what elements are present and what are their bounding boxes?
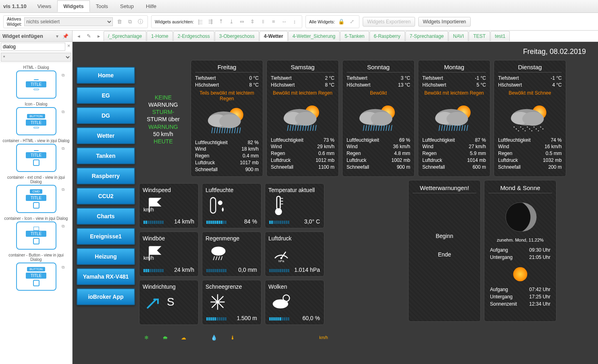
svg-line-15 bbox=[239, 127, 240, 133]
tab-next-icon[interactable]: ▸ bbox=[94, 31, 104, 41]
same-height-icon[interactable]: ↕ bbox=[291, 18, 299, 26]
svg-line-44 bbox=[384, 125, 384, 130]
nav-button[interactable]: Heizung bbox=[77, 248, 135, 265]
svg-line-29 bbox=[310, 125, 311, 130]
view-tabs: ◂ ✎ ▸ /_Sprechanlage1-Home2-Erdgeschoss3… bbox=[73, 31, 598, 42]
nav-button[interactable]: Charts bbox=[77, 208, 135, 225]
align-hcenter-icon[interactable]: ⇔ bbox=[238, 18, 246, 26]
svg-line-22 bbox=[293, 125, 293, 130]
nav-button[interactable]: Ereignisse1 bbox=[77, 228, 135, 245]
sensor-icon: km/h bbox=[143, 244, 195, 263]
view-tab[interactable]: test1 bbox=[490, 31, 510, 41]
import-button[interactable]: Widgets Importieren bbox=[418, 17, 470, 27]
widget-palette-item[interactable]: container - ext cmd - view in jqui Dialo… bbox=[2, 174, 71, 213]
view-tab[interactable]: 4-Wetter_Sicherung bbox=[288, 31, 340, 41]
clear-filter-icon[interactable]: × bbox=[66, 43, 71, 51]
menu-setup[interactable]: Setup bbox=[114, 0, 140, 12]
tab-prev-icon[interactable]: ◂ bbox=[74, 31, 83, 41]
level-bar bbox=[206, 317, 226, 321]
svg-line-27 bbox=[305, 125, 306, 130]
svg-point-81 bbox=[542, 128, 543, 129]
svg-point-68 bbox=[514, 126, 515, 127]
dist-h-icon[interactable]: ⫴ bbox=[259, 18, 267, 26]
view-tab[interactable]: 1-Home bbox=[147, 31, 173, 41]
tab-add-icon[interactable]: ✎ bbox=[83, 31, 94, 41]
nav-button[interactable]: Wetter bbox=[77, 127, 135, 144]
info-icon[interactable]: ⓘ bbox=[136, 18, 144, 26]
svg-line-52 bbox=[439, 125, 440, 130]
sensor-snowline: Schneegrenze 1.500 m bbox=[202, 280, 262, 325]
view-tab[interactable]: 6-Raspberry bbox=[370, 31, 405, 41]
widget-palette-item[interactable]: container - Button - view in jqui Dialog… bbox=[2, 252, 71, 291]
svg-line-23 bbox=[295, 125, 296, 130]
nav-button[interactable]: ioBroker App bbox=[77, 288, 135, 305]
menu-tools[interactable]: Tools bbox=[90, 0, 114, 12]
view-tab[interactable]: TEST bbox=[469, 31, 490, 41]
sensor-clouds: Wolken 60,0 % bbox=[265, 280, 324, 325]
widget-palette-item[interactable]: Icon - Dialog ⧉BUTTONTITLE bbox=[2, 101, 71, 135]
sensor-title: Luftdruck bbox=[268, 235, 321, 242]
view-tab[interactable]: /_Sprechanlage bbox=[104, 31, 146, 41]
lock-icon[interactable]: 🔒 bbox=[337, 18, 345, 26]
moon-phase: zunehm. Mond, 11.22% bbox=[488, 238, 552, 242]
moonsun-title: Mond & Sonne bbox=[488, 184, 552, 193]
active-widget-label: Aktives Widget: bbox=[7, 17, 22, 26]
svg-line-10 bbox=[227, 127, 228, 133]
svg-line-47 bbox=[391, 125, 392, 130]
svg-line-21 bbox=[290, 125, 291, 130]
view-tab[interactable]: 7-Sprechanlage bbox=[405, 31, 448, 41]
collapse-icon[interactable]: ▾ bbox=[55, 33, 60, 39]
widget-palette-item[interactable]: container - Icon - view in jqui Dialog ⧉… bbox=[2, 215, 71, 250]
svg-point-78 bbox=[536, 128, 537, 129]
weather-icon bbox=[422, 101, 486, 137]
menu-widgets[interactable]: Widgets bbox=[57, 0, 89, 12]
widget-palette-item[interactable]: container - HTML - view in jqui Dialog ⧉… bbox=[2, 138, 71, 172]
sensor-value: 0,0 mm bbox=[238, 267, 257, 273]
forecast-card: Freitag Tiefstwert0 °C Hšchstwert8 °C Te… bbox=[191, 60, 263, 177]
nav-button[interactable]: EG bbox=[77, 87, 135, 104]
forecast-card: Montag Tiefstwert-1 °C Hšchstwert5 °C Be… bbox=[418, 60, 490, 177]
align-left-icon[interactable]: ⬱ bbox=[196, 18, 204, 26]
same-width-icon[interactable]: ↔ bbox=[280, 18, 288, 26]
widget-palette-item[interactable]: HTML - Dialog ⧉TITLE bbox=[2, 64, 71, 99]
delete-icon[interactable]: 🗑 bbox=[115, 18, 123, 26]
forecast-card: Samstag Tiefstwert2 °C Hšchstwert8 °C Be… bbox=[266, 60, 339, 177]
sensor-rain: Regenmenge 0,0 mm bbox=[202, 232, 262, 277]
nav-button[interactable]: Raspberry bbox=[77, 168, 135, 184]
sensor-value: 3,0° C bbox=[304, 218, 320, 225]
pin-icon[interactable]: 📌 bbox=[61, 33, 70, 39]
menu-help[interactable]: Hilfe bbox=[140, 0, 162, 12]
menu-views[interactable]: Views bbox=[31, 0, 57, 12]
view-tab[interactable]: 5-Tanken bbox=[340, 31, 369, 41]
align-right-icon[interactable]: ⇶ bbox=[207, 18, 215, 26]
svg-line-13 bbox=[235, 127, 235, 133]
filter-select[interactable]: * bbox=[1, 53, 71, 62]
nav-button[interactable]: Home bbox=[77, 67, 135, 84]
filter-input[interactable] bbox=[1, 43, 65, 51]
svg-line-42 bbox=[378, 125, 379, 130]
svg-line-14 bbox=[237, 127, 238, 133]
nav-button[interactable]: Yamaha RX-V481 bbox=[77, 268, 135, 285]
toolbar: Aktives Widget: nichts selektiert 🗑 ⧉ ⓘ … bbox=[0, 13, 598, 31]
svg-line-36 bbox=[363, 125, 364, 130]
warn-line3: STURM- bbox=[152, 108, 174, 116]
forecast-condition: Teils bewölkt mit leichtem Regen bbox=[195, 89, 259, 103]
dist-v-icon[interactable]: ≡ bbox=[270, 18, 278, 26]
warn-line5: WARNUNG bbox=[148, 123, 178, 130]
nav-button[interactable]: CCU2 bbox=[77, 188, 135, 205]
view-tab[interactable]: NAVI bbox=[448, 31, 468, 41]
align-bottom-icon[interactable]: ⤓ bbox=[228, 18, 236, 26]
export-button[interactable]: Widgets Exportieren bbox=[363, 17, 415, 27]
view-tab[interactable]: 2-Erdgeschoss bbox=[173, 31, 214, 41]
view-tab[interactable]: 3-Obergeschoss bbox=[215, 31, 259, 41]
align-top-icon[interactable]: ⤒ bbox=[217, 18, 225, 26]
align-vcenter-icon[interactable]: ⇕ bbox=[249, 18, 257, 26]
active-widget-select[interactable]: nichts selektiert bbox=[24, 17, 113, 26]
svg-line-91 bbox=[216, 256, 217, 260]
svg-line-61 bbox=[462, 125, 463, 130]
expand-icon[interactable]: ⤢ bbox=[348, 18, 356, 26]
nav-button[interactable]: DG bbox=[77, 107, 135, 124]
nav-button[interactable]: Tanken bbox=[77, 147, 135, 164]
copy-icon[interactable]: ⧉ bbox=[126, 18, 134, 26]
view-tab[interactable]: 4-Wetter bbox=[260, 31, 288, 41]
